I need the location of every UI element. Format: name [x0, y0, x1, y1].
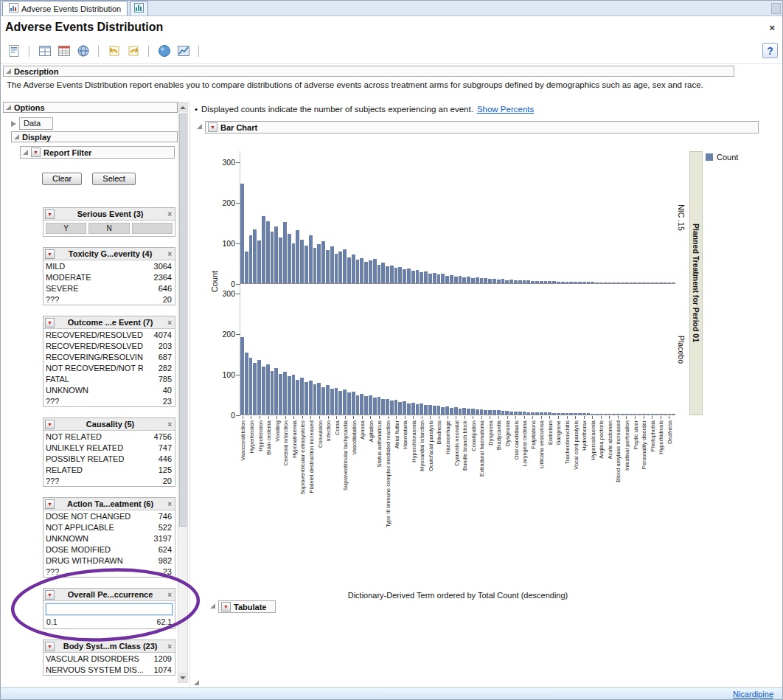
script-back-icon[interactable]: [107, 44, 121, 58]
bar[interactable]: [317, 383, 321, 415]
bar[interactable]: [523, 412, 526, 415]
bar[interactable]: [364, 262, 368, 283]
bar[interactable]: [411, 403, 415, 415]
bar[interactable]: [309, 235, 313, 283]
filter-row[interactable]: MILD3064: [44, 260, 175, 271]
tab-scroll-button[interactable]: [771, 3, 781, 14]
bar[interactable]: [381, 399, 385, 415]
filter-row[interactable]: UNKNOWN3197: [44, 533, 175, 544]
bar[interactable]: [398, 402, 402, 415]
bar[interactable]: [595, 283, 599, 283]
bar[interactable]: [526, 280, 530, 283]
filter-row[interactable]: DRUG WITHDRAWN982: [44, 555, 175, 566]
bar[interactable]: [317, 244, 321, 283]
bar[interactable]: [403, 269, 406, 283]
bar[interactable]: [493, 410, 496, 415]
collapse-triangle-icon[interactable]: [6, 105, 11, 110]
collapsed-triangle-icon[interactable]: [11, 121, 16, 127]
range-filter-input[interactable]: [46, 603, 173, 615]
bar[interactable]: [249, 235, 253, 283]
bar[interactable]: [476, 409, 479, 415]
bar[interactable]: [266, 364, 270, 415]
bar[interactable]: [279, 374, 282, 415]
collapse-triangle-icon[interactable]: [194, 680, 199, 685]
bar[interactable]: [338, 391, 342, 415]
bar[interactable]: [335, 388, 338, 415]
bar[interactable]: [672, 283, 675, 283]
bar[interactable]: [612, 414, 616, 415]
bar[interactable]: [321, 387, 325, 415]
bar[interactable]: [240, 184, 244, 283]
filter-cell[interactable]: N: [88, 223, 129, 234]
nicardipine-link[interactable]: Nicardipine: [733, 690, 773, 699]
data-table-icon[interactable]: [57, 44, 71, 58]
bar[interactable]: [450, 275, 453, 283]
bar[interactable]: [548, 412, 551, 415]
bar[interactable]: [283, 222, 287, 283]
filter-row[interactable]: ???23: [44, 395, 175, 406]
bar[interactable]: [552, 281, 556, 283]
bar[interactable]: [587, 413, 591, 415]
close-icon[interactable]: ×: [769, 22, 775, 33]
filter-row[interactable]: DOSE MODIFIED624: [44, 544, 175, 555]
bar[interactable]: [454, 277, 458, 283]
clear-button[interactable]: Clear: [42, 173, 82, 185]
bar[interactable]: [279, 238, 282, 283]
bar[interactable]: [454, 407, 458, 415]
bar[interactable]: [647, 283, 650, 283]
bar[interactable]: [274, 368, 278, 415]
bar[interactable]: [428, 405, 432, 415]
bar[interactable]: [288, 376, 291, 415]
bar[interactable]: [540, 281, 543, 283]
bar[interactable]: [578, 282, 582, 283]
bar[interactable]: [642, 414, 646, 415]
bar[interactable]: [300, 240, 304, 283]
bar[interactable]: [253, 363, 257, 415]
bar[interactable]: [450, 408, 453, 415]
bar[interactable]: [390, 266, 394, 283]
filter-close-icon[interactable]: ×: [166, 210, 173, 218]
bar[interactable]: [335, 254, 338, 283]
data-outline-label[interactable]: Data: [19, 117, 53, 130]
bar[interactable]: [352, 254, 355, 283]
script-forward-icon[interactable]: [126, 44, 140, 58]
bar[interactable]: [343, 249, 347, 283]
filter-row[interactable]: RECOVERED/RESOLVED4074: [44, 329, 175, 340]
red-triangle-menu-icon[interactable]: ▼: [221, 602, 231, 611]
bar[interactable]: [488, 279, 492, 283]
bar[interactable]: [471, 409, 475, 415]
bar[interactable]: [552, 413, 556, 415]
bar[interactable]: [668, 283, 672, 283]
bar[interactable]: [274, 226, 278, 283]
bar[interactable]: [591, 282, 594, 283]
bar[interactable]: [459, 409, 462, 415]
sidebar-scrollbar[interactable]: [178, 102, 188, 683]
bar[interactable]: [535, 281, 539, 283]
bar[interactable]: [321, 241, 325, 283]
bar[interactable]: [561, 282, 565, 283]
bar[interactable]: [403, 401, 406, 415]
bar[interactable]: [672, 414, 675, 415]
bar[interactable]: [548, 281, 551, 283]
bar[interactable]: [608, 414, 612, 415]
bar[interactable]: [655, 283, 658, 283]
bar[interactable]: [330, 246, 334, 283]
bar[interactable]: [424, 271, 428, 283]
filter-close-icon[interactable]: ×: [166, 642, 173, 651]
filter-row[interactable]: RECOVERING/RESOLVING687: [44, 351, 175, 362]
bar[interactable]: [493, 279, 496, 283]
bar[interactable]: [249, 358, 253, 415]
bar[interactable]: [625, 283, 629, 283]
bar[interactable]: [566, 282, 569, 283]
display-header[interactable]: Display: [11, 131, 178, 142]
bar[interactable]: [668, 414, 672, 415]
bar[interactable]: [480, 278, 484, 283]
bar[interactable]: [501, 279, 505, 283]
bar[interactable]: [574, 413, 577, 415]
bar[interactable]: [509, 280, 513, 283]
bar[interactable]: [604, 283, 608, 283]
bar[interactable]: [655, 414, 658, 415]
bar[interactable]: [441, 274, 445, 283]
filter-row[interactable]: NERVOUS SYSTEM DIS...1074: [44, 664, 175, 675]
bar[interactable]: [642, 283, 646, 283]
